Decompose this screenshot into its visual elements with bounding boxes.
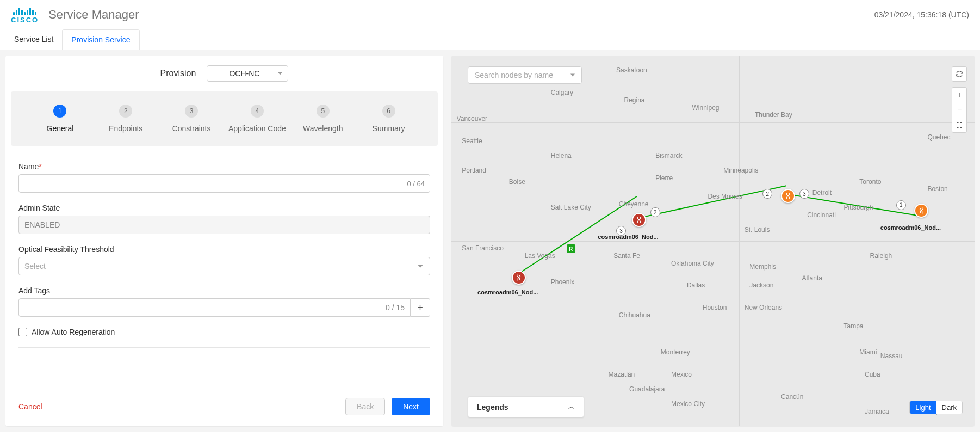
topology-node-badge: 2: [762, 189, 772, 199]
topology-node-badge: 1: [896, 200, 906, 210]
map-city-label: Mexico: [671, 371, 692, 378]
tags-group: Add Tags 0 / 15 +: [18, 286, 430, 317]
map-city-label: Vancouver: [457, 115, 487, 122]
step-constraints[interactable]: 3 Constraints: [159, 105, 225, 133]
form-footer: Cancel Back Next: [5, 387, 443, 426]
step-number: 2: [119, 105, 132, 118]
map-city-label: Winnipeg: [692, 104, 720, 112]
step-number: 3: [185, 105, 198, 118]
map-city-label: Chihuahua: [619, 311, 650, 319]
map-city-label: Monterrey: [661, 348, 690, 356]
tags-input[interactable]: 0 / 15: [18, 298, 411, 317]
admin-state-group: Admin State: [18, 204, 430, 234]
map-background[interactable]: VancouverCalgarySaskatoonReginaWinnipegT…: [451, 56, 975, 426]
name-input-wrap: 0 / 64: [18, 174, 430, 193]
step-summary[interactable]: 6 Summary: [356, 105, 421, 133]
oft-group: Optical Feasibility Threshold Select: [18, 245, 430, 275]
map-city-label: Saskatoon: [616, 66, 647, 74]
cisco-logo-bars: [13, 5, 36, 15]
chevron-up-icon: ︿: [568, 402, 575, 412]
map-city-label: Atlanta: [802, 274, 822, 282]
step-label: General: [47, 124, 74, 133]
map-city-label: Cheyenne: [619, 200, 649, 208]
tags-row: 0 / 15 +: [18, 298, 430, 317]
name-input[interactable]: [18, 174, 430, 193]
step-number: 6: [382, 105, 395, 118]
tab-service-list[interactable]: Service List: [5, 29, 62, 50]
map-zoom-in-button[interactable]: +: [952, 87, 967, 102]
map-city-label: Mexico City: [671, 400, 705, 408]
step-label: Application Code: [228, 124, 286, 133]
theme-dark-button[interactable]: Dark: [936, 401, 962, 414]
name-label: Name*: [18, 162, 430, 171]
topology-node-badge: 2: [650, 207, 660, 217]
map-city-label: St. Louis: [745, 226, 770, 234]
map-city-label: Bismarck: [655, 152, 682, 159]
step-label: Wavelength: [303, 124, 343, 133]
plus-icon: +: [957, 90, 962, 99]
provision-type-select[interactable]: OCH-NC: [207, 65, 288, 82]
route-marker: R: [567, 244, 575, 253]
map-city-label: Mazatlán: [609, 371, 635, 378]
map-search-input[interactable]: Search nodes by name: [468, 66, 582, 84]
topology-node[interactable]: [512, 271, 526, 285]
map-zoom-group: + −: [952, 87, 967, 133]
provision-row: Provision OCH-NC: [5, 56, 443, 91]
map-fit-button[interactable]: [952, 118, 967, 133]
tab-provision-service[interactable]: Provision Service: [62, 29, 139, 50]
map-city-label: Miami: [859, 348, 877, 356]
step-application-code[interactable]: 4 Application Code: [224, 105, 290, 133]
app-title: Service Manager: [48, 8, 139, 22]
map-refresh-button[interactable]: [952, 66, 967, 82]
map-city-label: Las Vegas: [525, 252, 555, 260]
admin-state-input: [18, 216, 430, 234]
map-city-label: Regina: [624, 96, 644, 104]
map-city-label: Calgary: [551, 89, 573, 96]
map-city-label: Des Moines: [708, 193, 742, 200]
topology-node[interactable]: [914, 204, 928, 218]
map-city-label: Santa Fe: [613, 252, 640, 260]
map-city-label: Boise: [509, 178, 525, 186]
map-city-label: Portland: [462, 167, 486, 174]
oft-label: Optical Feasibility Threshold: [18, 245, 430, 254]
allow-auto-regen-checkbox[interactable]: [18, 328, 27, 336]
map-city-label: Seattle: [462, 137, 482, 145]
oft-select[interactable]: Select: [18, 257, 430, 275]
tags-add-button[interactable]: +: [411, 298, 430, 317]
map-city-label: Raleigh: [870, 252, 892, 260]
tags-label: Add Tags: [18, 286, 430, 295]
map-zoom-out-button[interactable]: −: [952, 102, 967, 118]
step-number: 5: [317, 105, 330, 118]
step-label: Constraints: [172, 124, 211, 133]
step-number: 4: [251, 105, 264, 118]
back-button[interactable]: Back: [345, 398, 385, 415]
step-wavelength[interactable]: 5 Wavelength: [290, 105, 356, 133]
map-city-label: Oklahoma City: [671, 260, 714, 267]
map-city-label: Quebec: [927, 133, 950, 141]
legends-panel[interactable]: Legends ︿: [468, 396, 584, 417]
cancel-button[interactable]: Cancel: [18, 402, 42, 411]
topology-node[interactable]: [781, 189, 795, 203]
next-button[interactable]: Next: [392, 398, 430, 415]
step-endpoints[interactable]: 2 Endpoints: [93, 105, 159, 133]
topology-node-label: cosmroadm06_Nod...: [598, 234, 658, 240]
map-city-label: Dallas: [687, 281, 705, 289]
step-label: Summary: [373, 124, 405, 133]
main-content: Provision OCH-NC 1 General 2 Endpoints 3…: [0, 50, 980, 432]
map-city-label: Salt Lake City: [551, 204, 591, 211]
map-panel: VancouverCalgarySaskatoonReginaWinnipegT…: [451, 56, 975, 426]
oft-placeholder: Select: [24, 262, 46, 271]
map-city-label: Thunder Bay: [755, 111, 792, 119]
wizard-stepper: 1 General 2 Endpoints 3 Constraints 4 Ap…: [11, 91, 438, 146]
map-city-label: Pierre: [655, 174, 673, 182]
form-panel: Provision OCH-NC 1 General 2 Endpoints 3…: [5, 56, 443, 426]
map-city-label: New Orleans: [745, 304, 782, 311]
theme-light-button[interactable]: Light: [910, 401, 936, 414]
footer-right: Back Next: [345, 398, 430, 415]
topology-node[interactable]: [632, 213, 646, 227]
name-group: Name* 0 / 64: [18, 162, 430, 193]
step-number: 1: [53, 105, 66, 118]
form-area: Name* 0 / 64 Admin State Optical Feasibi…: [5, 146, 443, 387]
step-general[interactable]: 1 General: [27, 105, 93, 133]
map-city-label: Helena: [551, 152, 572, 159]
